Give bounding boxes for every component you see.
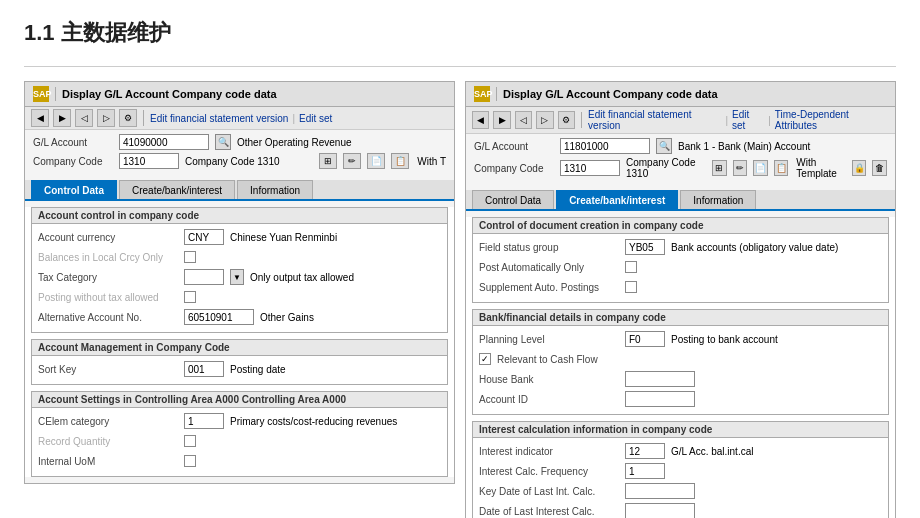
key-date-input[interactable] <box>625 483 695 499</box>
right-toolbar-link-financial[interactable]: Edit financial statement version <box>588 109 721 131</box>
tab-information-left[interactable]: Information <box>237 180 313 199</box>
right-tabs-bar: Control Data Create/bank/interest Inform… <box>466 190 895 211</box>
posting-tax-checkbox[interactable] <box>184 291 196 303</box>
interest-indicator-row: Interest indicator G/L Acc. bal.int.cal <box>479 442 882 460</box>
field-status-input[interactable] <box>625 239 665 255</box>
house-bank-input[interactable] <box>625 371 695 387</box>
right-toolbar-btn-settings[interactable]: ⚙ <box>558 111 575 129</box>
key-date-label: Key Date of Last Int. Calc. <box>479 486 619 497</box>
toolbar-link-editset[interactable]: Edit set <box>299 113 332 124</box>
company-code-label: Company Code <box>33 156 113 167</box>
right-icon-btn-3[interactable]: 📄 <box>753 160 768 176</box>
header-divider <box>55 87 56 101</box>
right-gl-account-search-btn[interactable]: 🔍 <box>656 138 672 154</box>
tab-createbank-left[interactable]: Create/bank/interest <box>119 180 235 199</box>
right-toolbar-btn-2[interactable]: ▶ <box>493 111 510 129</box>
right-toolbar-btn-1[interactable]: ◀ <box>472 111 489 129</box>
balances-label: Balances in Local Crcy Only <box>38 252 178 263</box>
posting-tax-label: Posting without tax allowed <box>38 292 178 303</box>
right-gl-account-input[interactable] <box>560 138 650 154</box>
tax-category-dropdown[interactable]: ▼ <box>230 269 244 285</box>
left-panel-title: Display G/L Account Company code data <box>62 88 277 100</box>
account-id-label: Account ID <box>479 394 619 405</box>
tab-createbank-right[interactable]: Create/bank/interest <box>556 190 678 209</box>
right-section1-content: Field status group Bank accounts (obliga… <box>473 234 888 302</box>
right-section-doc-control: Control of document creation in company … <box>472 217 889 303</box>
account-currency-input[interactable] <box>184 229 224 245</box>
right-section3-title: Interest calculation information in comp… <box>473 422 888 438</box>
balances-checkbox[interactable] <box>184 251 196 263</box>
tab-control-data-right[interactable]: Control Data <box>472 190 554 209</box>
right-company-code-input[interactable] <box>560 160 620 176</box>
tab-information-right[interactable]: Information <box>680 190 756 209</box>
left-section3-content: CElem category Primary costs/cost-reduci… <box>32 408 447 476</box>
left-panel-toolbar: ◀ ▶ ◁ ▷ ⚙ Edit financial statement versi… <box>25 107 454 130</box>
posting-tax-row: Posting without tax allowed <box>38 288 441 306</box>
toolbar-btn-settings[interactable]: ⚙ <box>119 109 137 127</box>
last-interest-input[interactable] <box>625 503 695 518</box>
right-icon-btn-2[interactable]: ✏ <box>733 160 748 176</box>
title-divider <box>24 66 896 67</box>
planning-level-label: Planning Level <box>479 334 619 345</box>
icon-btn-2[interactable]: ✏ <box>343 153 361 169</box>
right-toolbar-btn-nav1[interactable]: ◁ <box>515 111 532 129</box>
right-icon-btn-6[interactable]: 🗑 <box>872 160 887 176</box>
left-section-account-control: Account control in company code Account … <box>31 207 448 333</box>
house-bank-row: House Bank <box>479 370 882 388</box>
gl-account-label: G/L Account <box>33 137 113 148</box>
account-currency-desc: Chinese Yuan Renminbi <box>230 232 337 243</box>
gl-account-row: G/L Account 🔍 Other Operating Revenue <box>33 134 446 150</box>
icon-btn-3[interactable]: 📄 <box>367 153 385 169</box>
interest-indicator-input[interactable] <box>625 443 665 459</box>
right-section2-content: Planning Level Posting to bank account R… <box>473 326 888 414</box>
tax-category-label: Tax Category <box>38 272 178 283</box>
tab-control-data-left[interactable]: Control Data <box>31 180 117 199</box>
celem-row: CElem category Primary costs/cost-reduci… <box>38 412 441 430</box>
icon-btn-1[interactable]: ⊞ <box>319 153 337 169</box>
sort-key-input[interactable] <box>184 361 224 377</box>
left-panel-header: SAP Display G/L Account Company code dat… <box>25 82 454 107</box>
toolbar-btn-1[interactable]: ◀ <box>31 109 49 127</box>
toolbar-sep <box>143 110 144 126</box>
right-toolbar-link-timedep[interactable]: Time-Dependent Attributes <box>775 109 889 131</box>
supplement-label: Supplement Auto. Postings <box>479 282 619 293</box>
right-panel-title: Display G/L Account Company code data <box>503 88 718 100</box>
alt-account-input[interactable] <box>184 309 254 325</box>
internal-uom-checkbox[interactable] <box>184 455 196 467</box>
supplement-checkbox[interactable] <box>625 281 637 293</box>
post-auto-checkbox[interactable] <box>625 261 637 273</box>
right-section3-content: Interest indicator G/L Acc. bal.int.cal … <box>473 438 888 518</box>
supplement-row: Supplement Auto. Postings <box>479 278 882 296</box>
icon-btn-4[interactable]: 📋 <box>391 153 409 169</box>
right-toolbar-btn-nav2[interactable]: ▷ <box>536 111 553 129</box>
sort-key-desc: Posting date <box>230 364 286 375</box>
interest-freq-input[interactable] <box>625 463 665 479</box>
right-icon-btn-5[interactable]: 🔒 <box>852 160 867 176</box>
gl-account-input[interactable] <box>119 134 209 150</box>
planning-level-input[interactable] <box>625 331 665 347</box>
right-toolbar-link-editset[interactable]: Edit set <box>732 109 764 131</box>
house-bank-label: House Bank <box>479 374 619 385</box>
right-panel: SAP Display G/L Account Company code dat… <box>465 81 896 518</box>
record-qty-checkbox[interactable] <box>184 435 196 447</box>
right-icon-btn-1[interactable]: ⊞ <box>712 160 727 176</box>
company-code-input[interactable] <box>119 153 179 169</box>
right-toolbar-sep <box>581 112 582 128</box>
toolbar-link-financial[interactable]: Edit financial statement version <box>150 113 288 124</box>
toolbar-btn-2[interactable]: ▶ <box>53 109 71 127</box>
gl-account-search-btn[interactable]: 🔍 <box>215 134 231 150</box>
cash-flow-checkbox[interactable] <box>479 353 491 365</box>
tax-category-input[interactable] <box>184 269 224 285</box>
left-section2-content: Sort Key Posting date <box>32 356 447 384</box>
left-section3-title: Account Settings in Controlling Area A00… <box>32 392 447 408</box>
right-icon-btn-4[interactable]: 📋 <box>774 160 789 176</box>
toolbar-btn-nav1[interactable]: ◁ <box>75 109 93 127</box>
toolbar-btn-nav2[interactable]: ▷ <box>97 109 115 127</box>
left-panel-sap-icon: SAP <box>33 86 49 102</box>
right-gl-account-row: G/L Account 🔍 Bank 1 - Bank (Main) Accou… <box>474 138 887 154</box>
balances-row: Balances in Local Crcy Only <box>38 248 441 266</box>
account-id-input[interactable] <box>625 391 695 407</box>
celem-input[interactable] <box>184 413 224 429</box>
interest-indicator-desc: G/L Acc. bal.int.cal <box>671 446 753 457</box>
right-tab-content: Control of document creation in company … <box>466 217 895 518</box>
